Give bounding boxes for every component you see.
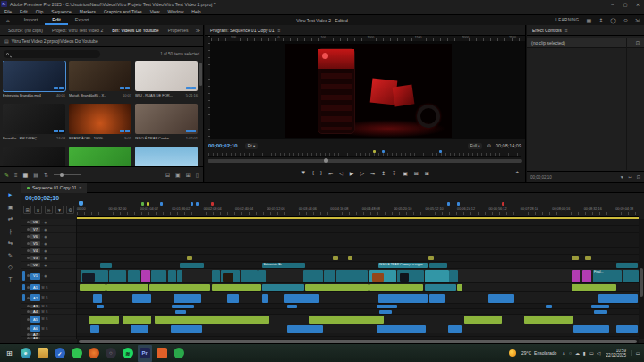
thumbnail-image[interactable] [3, 147, 65, 166]
workspace-tab[interactable]: Import [17, 15, 46, 25]
source-patch-button[interactable] [22, 241, 25, 246]
timeline-clip[interactable] [131, 325, 148, 333]
timeline-clip[interactable] [428, 256, 434, 260]
timeline-toolbar-icon[interactable]: ⚙ [66, 206, 74, 214]
timeline-clip[interactable] [623, 270, 639, 282]
transport-button[interactable]: ▶ [350, 170, 354, 176]
menu-item[interactable]: Sequence [51, 9, 72, 14]
timeline-clip[interactable] [123, 316, 151, 324]
track-header[interactable]: A5 M S [21, 315, 76, 324]
timeline-clip[interactable] [155, 316, 268, 324]
panel-menu-icon[interactable]: ≡ [565, 28, 568, 33]
sequence-marker[interactable] [196, 202, 199, 206]
menu-item[interactable]: Window [167, 9, 183, 14]
menu-item[interactable]: Markers [80, 9, 96, 14]
track-target-button[interactable]: A7 [30, 333, 40, 335]
timeline-clip[interactable] [309, 316, 384, 324]
track-toggle-icon[interactable]: S [46, 296, 47, 299]
timeline-clip[interactable] [132, 294, 151, 303]
transport-button[interactable]: ⇤ [328, 170, 333, 176]
timeline-clip[interactable] [336, 270, 368, 282]
timeline-clip[interactable] [89, 316, 119, 324]
timeline-clip[interactable] [585, 256, 592, 260]
transport-button[interactable]: ◁ [339, 170, 343, 176]
panel-menu-icon[interactable]: ≡ [79, 185, 81, 190]
media-item[interactable]: BRANDÃO85 - 100%... 9:03 [69, 104, 131, 143]
sequence-marker[interactable] [141, 202, 144, 206]
timeline-clip[interactable] [379, 310, 392, 314]
track-toggle-icon[interactable]: ◉ [44, 221, 47, 224]
effect-controls-tab[interactable]: Effect Controls [532, 28, 562, 33]
taskbar-app[interactable] [87, 345, 101, 362]
project-tool-icon[interactable]: ▦ [23, 172, 29, 178]
source-patch-button[interactable] [22, 256, 25, 260]
timeline-clip[interactable] [524, 316, 573, 324]
transport-button[interactable]: ⊞ [425, 170, 429, 176]
media-item[interactable]: Matuê, Brandão85 - X... 10:07 [69, 61, 131, 100]
track-target-button[interactable]: V1 [30, 273, 40, 280]
source-patch-button[interactable] [22, 220, 25, 224]
track-toggle-icon[interactable]: ◉ [44, 264, 47, 267]
track-toggle-icon[interactable]: S [46, 305, 47, 308]
track-target-button[interactable]: V6 [30, 234, 40, 240]
track-toggle-icon[interactable]: M [42, 286, 45, 290]
scrollbar-handle[interactable] [324, 158, 328, 163]
timeline-toolbar-icon[interactable]: ⊞ [23, 206, 31, 214]
track-toggle-icon[interactable]: S [46, 317, 47, 321]
track-header[interactable]: V6 ▫ ◉ [21, 233, 76, 240]
project-tool-icon[interactable]: ▣ [175, 172, 181, 178]
tool-button[interactable]: ⇆ [8, 240, 13, 246]
program-scrollbar[interactable] [208, 159, 522, 163]
timeline-clip[interactable] [324, 270, 335, 282]
source-patch-button[interactable] [22, 234, 25, 239]
timeline-clip[interactable] [258, 270, 266, 282]
tab-overflow-icon[interactable]: ≫ [196, 28, 203, 33]
menu-item[interactable]: Edit [20, 9, 28, 14]
transport-button[interactable]: ↥ [381, 170, 386, 176]
sequence-marker[interactable] [191, 202, 193, 206]
thumbnail-image[interactable] [69, 147, 131, 166]
project-scrollbar[interactable] [199, 63, 202, 86]
sequence-marker[interactable] [502, 202, 504, 206]
track-lock-icon[interactable] [27, 297, 30, 299]
track-header[interactable]: V4 ▫ ◉ [21, 248, 76, 255]
track-lock-icon[interactable] [27, 286, 30, 289]
timeline-clip[interactable] [377, 305, 397, 308]
track-target-button[interactable]: A4 [30, 310, 40, 314]
timeline-ruler[interactable]: 00;0000;00;32;0000;01;04;0200;01;36;0200… [77, 201, 639, 217]
button-editor-plus[interactable]: + [515, 169, 519, 174]
timeline-clip[interactable] [572, 284, 616, 291]
timeline-clip[interactable] [172, 305, 194, 308]
tool-button[interactable]: ▣ [7, 204, 13, 210]
timeline-clip[interactable] [594, 310, 608, 314]
timeline-clip[interactable] [582, 270, 591, 282]
tool-button[interactable]: T [9, 276, 13, 282]
track-target-button[interactable]: A2 [30, 294, 40, 301]
track-toggle-icon[interactable]: ▫ [42, 228, 43, 232]
transport-button[interactable]: ⊟ [414, 170, 419, 176]
taskbar-app[interactable]: Pr [138, 345, 152, 362]
thumbnail-image[interactable] [135, 61, 198, 91]
timeline-clip[interactable] [425, 270, 448, 282]
zoom-slider[interactable] [54, 174, 80, 175]
thumbnail-image[interactable] [3, 104, 65, 134]
track-target-button[interactable]: V8 [30, 220, 40, 225]
track-toggle-icon[interactable]: ▫ [42, 257, 43, 260]
thumbnail-image[interactable] [3, 61, 65, 91]
tool-button[interactable]: ◇ [8, 264, 13, 270]
track-toggle-icon[interactable]: S [46, 286, 47, 290]
timeline-clip[interactable] [212, 270, 220, 282]
track-lock-icon[interactable] [27, 257, 30, 259]
source-patch-button[interactable] [22, 294, 25, 301]
timeline-clip[interactable] [128, 270, 140, 282]
minimize-button[interactable]: ─ [606, 2, 619, 7]
transport-button[interactable]: ▼ [301, 170, 306, 175]
track-header[interactable]: V2 ▫ ◉ [21, 262, 76, 269]
track-lock-icon[interactable] [27, 305, 30, 307]
timeline-clip[interactable] [177, 270, 182, 282]
source-patch-button[interactable] [22, 248, 25, 253]
track-lock-icon[interactable] [27, 318, 30, 321]
sequence-marker[interactable] [457, 202, 460, 206]
track-target-button[interactable]: V5 [30, 241, 40, 247]
track-lock-icon[interactable] [27, 337, 30, 339]
